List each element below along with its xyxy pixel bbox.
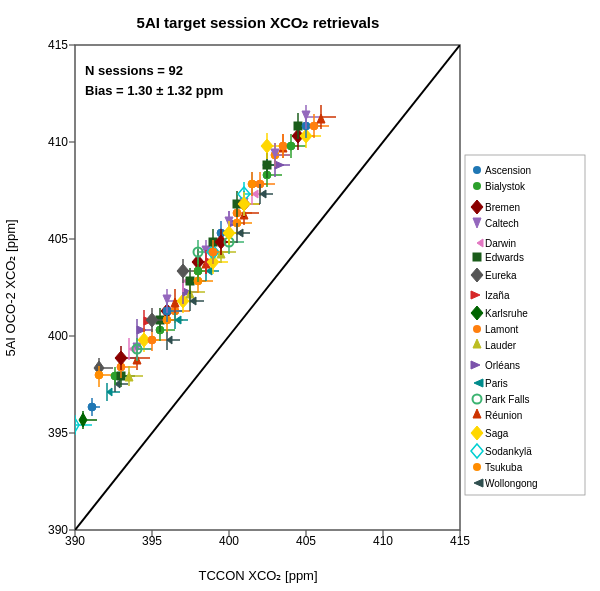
legend-tsukuba-label: Tsukuba	[485, 462, 523, 473]
legend-edwards-icon	[473, 253, 481, 261]
legend-lamont-label: Lamont	[485, 324, 519, 335]
x-axis-label: TCCON XCO₂ [ppm]	[198, 568, 317, 583]
legend-parkfalls-label: Park Falls	[485, 394, 529, 405]
y-tick-405: 405	[48, 232, 68, 246]
x-tick-410: 410	[373, 534, 393, 548]
x-tick-400: 400	[219, 534, 239, 548]
svg-rect-125	[186, 277, 194, 285]
svg-rect-251	[263, 161, 271, 169]
legend-edwards-label: Edwards	[485, 252, 524, 263]
legend-bialystok-icon	[473, 182, 481, 190]
y-tick-390: 390	[48, 523, 68, 537]
legend-ascension-icon	[473, 166, 481, 174]
legend-tsukuba-icon	[473, 463, 481, 471]
legend-karlsruhe-label: Karlsruhe	[485, 308, 528, 319]
chart-container: 5AI target session XCO₂ retrievals TCCON…	[0, 0, 600, 591]
legend-sodankyla-label: Sodankylä	[485, 446, 532, 457]
legend-saga-label: Saga	[485, 428, 509, 439]
legend-eureka-label: Eureka	[485, 270, 517, 281]
y-tick-400: 400	[48, 329, 68, 343]
legend-wollongong-label: Wollongong	[485, 478, 538, 489]
legend-orleans-label: Orléans	[485, 360, 520, 371]
svg-rect-278	[294, 122, 302, 130]
legend-caltech-label: Caltech	[485, 218, 519, 229]
y-axis-label: 5AI OCO-2 XCO₂ [ppm]	[3, 219, 18, 356]
svg-point-74	[148, 336, 156, 344]
x-tick-390: 390	[65, 534, 85, 548]
svg-point-26	[88, 403, 96, 411]
x-tick-405: 405	[296, 534, 316, 548]
legend-lauder-label: Lauder	[485, 340, 517, 351]
chart-title: 5AI target session XCO₂ retrievals	[137, 14, 380, 31]
svg-point-29	[95, 371, 103, 379]
legend-reunion-label: Réunion	[485, 410, 522, 421]
y-tick-410: 410	[48, 135, 68, 149]
svg-point-272	[287, 142, 295, 150]
legend-ascension-label: Ascension	[485, 165, 531, 176]
svg-point-236	[248, 180, 256, 188]
legend-bialystok-label: Bialystok	[485, 181, 526, 192]
legend-izana-label: Izaña	[485, 290, 510, 301]
stat-bias: Bias = 1.30 ± 1.32 ppm	[85, 83, 223, 98]
svg-point-170	[209, 248, 217, 256]
stat-n-sessions: N sessions = 92	[85, 63, 183, 78]
svg-point-146	[194, 267, 202, 275]
legend-lamont-icon	[473, 325, 481, 333]
legend-darwin-label: Darwin	[485, 238, 516, 249]
x-tick-395: 395	[142, 534, 162, 548]
legend-bremen-label: Bremen	[485, 202, 520, 213]
svg-point-269	[279, 142, 287, 150]
legend-box	[465, 155, 585, 495]
y-tick-395: 395	[48, 426, 68, 440]
legend-paris-label: Paris	[485, 378, 508, 389]
x-tick-415: 415	[450, 534, 470, 548]
y-tick-415: 415	[48, 38, 68, 52]
